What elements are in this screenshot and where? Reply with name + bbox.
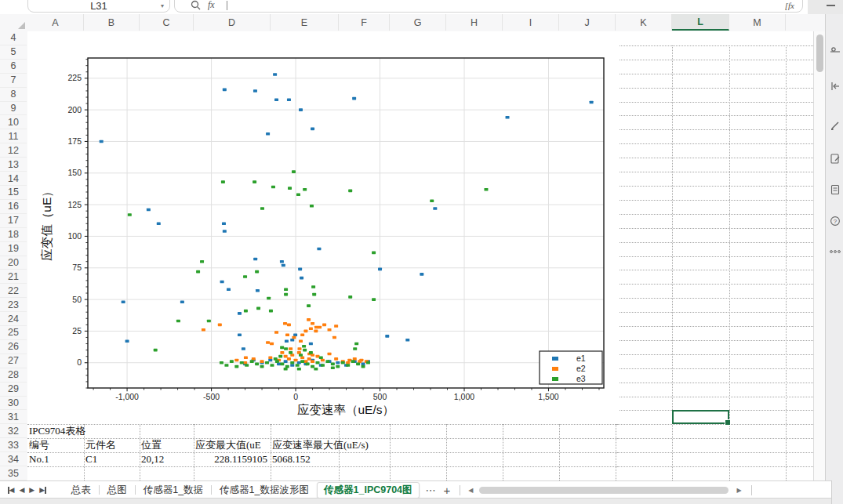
fx-icon: fx — [208, 0, 215, 11]
row-header-27[interactable]: 27 — [0, 354, 27, 368]
row-header-33[interactable]: 33 — [0, 438, 27, 452]
row-header-13[interactable]: 13 — [0, 158, 27, 172]
select-all-corner[interactable] — [0, 14, 28, 32]
sheet-tab-4[interactable]: 传感器1_数据波形图 — [212, 483, 317, 498]
cell-D33[interactable]: 应变最大值(uE — [195, 438, 261, 452]
sheet-tab-1[interactable]: 总表 — [64, 483, 99, 498]
first-sheet-button[interactable]: ◀ — [8, 486, 14, 494]
row-header-11[interactable]: 11 — [0, 129, 27, 143]
document-icon[interactable] — [826, 184, 843, 198]
vertical-scrollbar[interactable] — [813, 31, 826, 480]
brush-icon[interactable] — [826, 120, 843, 134]
cell-C33[interactable]: 位置 — [141, 438, 162, 452]
vertical-scrollbar-thumb[interactable] — [816, 34, 823, 72]
column-header-F[interactable]: F — [339, 14, 390, 31]
row-header-30[interactable]: 30 — [0, 397, 27, 411]
column-header-J[interactable]: J — [559, 14, 616, 31]
row-header-15[interactable]: 15 — [0, 186, 27, 200]
cell-B34[interactable]: C1 — [85, 452, 97, 466]
horizontal-scrollbar-thumb[interactable] — [479, 487, 729, 494]
hscroll-right-icon[interactable]: ▶ — [736, 487, 741, 494]
fill-handle[interactable] — [725, 419, 731, 426]
row-header-34[interactable]: 34 — [0, 452, 27, 466]
row-header-12[interactable]: 12 — [0, 143, 27, 158]
cell-A33[interactable]: 编号 — [29, 438, 49, 452]
sheet-tab-5[interactable]: 传感器1_IPC9704图 — [317, 482, 420, 499]
cell-D34[interactable]: 228.1159105 — [195, 452, 267, 466]
column-header-L[interactable]: L — [672, 14, 729, 31]
row-header-5[interactable]: 5 — [0, 45, 27, 60]
row-header-23[interactable]: 23 — [0, 298, 27, 312]
row-header-8[interactable]: 8 — [0, 88, 27, 102]
cell-A34[interactable]: No.1 — [29, 452, 49, 466]
row-header-19[interactable]: 19 — [0, 242, 27, 256]
row-header-35[interactable]: 35 — [0, 466, 27, 480]
row-header-18[interactable]: 18 — [0, 228, 27, 242]
column-header-A[interactable]: A — [27, 14, 84, 31]
sheet-tab-3[interactable]: 传感器1_数据 — [136, 483, 211, 498]
column-header-K[interactable]: K — [616, 14, 672, 31]
row-header-7[interactable]: 7 — [0, 74, 27, 88]
row-header-29[interactable]: 29 — [0, 383, 27, 397]
cell-name-box[interactable]: L31 ▾ — [27, 0, 170, 13]
next-sheet-button[interactable]: ▶ — [29, 486, 35, 494]
row-header-14[interactable]: 14 — [0, 172, 27, 186]
row-header-10[interactable]: 10 — [0, 115, 27, 129]
row-header-26[interactable]: 26 — [0, 340, 27, 354]
tabbar-divider-right — [751, 485, 752, 495]
spreadsheet-app: L31 ▾ fx [fx ABCDEFGHIJKLM 4567891011121… — [0, 0, 843, 504]
svg-text:-500: -500 — [203, 392, 220, 401]
svg-text:50: 50 — [72, 295, 82, 304]
cell-A32[interactable]: IPC9704表格 — [29, 424, 85, 438]
select-all-triangle-icon — [18, 22, 25, 29]
horizontal-scrollbar[interactable] — [479, 487, 729, 494]
column-header-D[interactable]: D — [194, 14, 271, 31]
row-header-31[interactable]: 31 — [0, 410, 27, 424]
row-header-24[interactable]: 24 — [0, 312, 27, 326]
insert-function-button[interactable]: [fx — [785, 1, 794, 10]
row-header-32[interactable]: 32 — [0, 424, 27, 438]
row-header-28[interactable]: 28 — [0, 368, 27, 383]
cell-E34[interactable]: 5068.152 — [272, 452, 311, 466]
cell-E33[interactable]: 应变速率最大值(uE/s) — [272, 438, 369, 452]
slider-icon[interactable] — [826, 45, 843, 60]
sheet-tab-2[interactable]: 总图 — [100, 483, 135, 498]
row-header-20[interactable]: 20 — [0, 256, 27, 270]
svg-text:500: 500 — [373, 392, 387, 401]
selected-cell-L31[interactable] — [672, 410, 729, 424]
collapse-right-icon[interactable] — [826, 81, 843, 95]
cell-B33[interactable]: 元件名 — [85, 438, 116, 452]
edit-document-icon[interactable] — [826, 153, 843, 167]
row-header-25[interactable]: 25 — [0, 326, 27, 340]
minimize-icon[interactable] — [827, 5, 835, 6]
chart-object[interactable]: -1,000-50005001,0001,5000255075100125150… — [27, 45, 620, 424]
column-header-E[interactable]: E — [271, 14, 339, 31]
column-header-B[interactable]: B — [84, 14, 140, 31]
column-header-C[interactable]: C — [140, 14, 194, 31]
row-header-21[interactable]: 21 — [0, 270, 27, 284]
column-header-I[interactable]: I — [503, 14, 559, 31]
more-sheets-button[interactable]: ⋯ — [426, 484, 436, 496]
column-header-M[interactable]: M — [729, 14, 786, 31]
row-header-4[interactable]: 4 — [0, 31, 27, 45]
hscroll-left-icon[interactable]: ◀ — [468, 487, 473, 494]
column-header-G[interactable]: G — [390, 14, 446, 31]
more-dots-icon[interactable] — [826, 244, 843, 258]
help-icon[interactable]: ? — [826, 216, 843, 230]
column-header-H[interactable]: H — [446, 14, 503, 31]
row-header-6[interactable]: 6 — [0, 60, 27, 74]
last-sheet-button[interactable]: ▶ — [39, 486, 45, 494]
add-sheet-button[interactable]: + — [444, 484, 451, 497]
svg-text:100: 100 — [67, 231, 82, 241]
row-header-9[interactable]: 9 — [0, 102, 27, 116]
row-header-17[interactable]: 17 — [0, 214, 27, 228]
sheet-grid[interactable]: -1,000-50005001,0001,5000255075100125150… — [27, 31, 813, 480]
sheet-tabs: 总表总图传感器1_数据传感器1_数据波形图传感器1_IPC9704图 — [64, 482, 420, 499]
formula-bar[interactable]: fx [fx — [174, 0, 803, 13]
row-header-22[interactable]: 22 — [0, 284, 27, 298]
name-box-dropdown-icon[interactable]: ▾ — [161, 2, 164, 9]
cell-C34[interactable]: 20,12 — [141, 452, 164, 466]
svg-text:应变值（uE）: 应变值（uE） — [40, 185, 53, 260]
prev-sheet-button[interactable]: ◀ — [19, 486, 24, 494]
row-header-16[interactable]: 16 — [0, 200, 27, 214]
